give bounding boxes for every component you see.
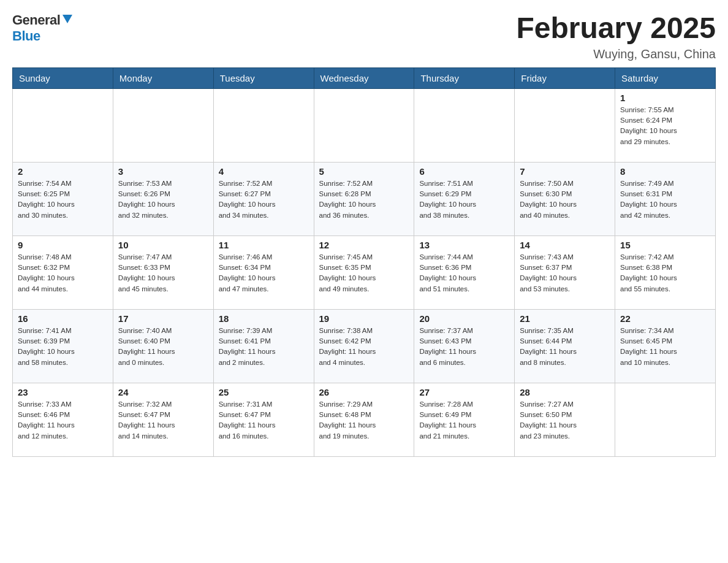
day-info: Sunrise: 7:31 AMSunset: 6:47 PMDaylight:… [219,399,309,442]
calendar-cell: 2Sunrise: 7:54 AMSunset: 6:25 PMDaylight… [13,162,113,236]
calendar-cell: 16Sunrise: 7:41 AMSunset: 6:39 PMDayligh… [13,309,113,383]
day-info: Sunrise: 7:54 AMSunset: 6:25 PMDaylight:… [18,178,108,221]
day-number: 26 [319,387,409,397]
weekday-header-sunday: Sunday [13,67,113,88]
day-info: Sunrise: 7:41 AMSunset: 6:39 PMDaylight:… [18,326,108,368]
calendar-week-row: 9Sunrise: 7:48 AMSunset: 6:32 PMDaylight… [13,236,716,309]
day-info: Sunrise: 7:40 AMSunset: 6:40 PMDaylight:… [118,326,208,368]
day-info: Sunrise: 7:35 AMSunset: 6:44 PMDaylight:… [520,326,610,368]
calendar-cell [13,88,113,162]
day-number: 16 [18,313,108,324]
day-info: Sunrise: 7:32 AMSunset: 6:47 PMDaylight:… [118,399,208,442]
weekday-header-monday: Monday [113,67,213,88]
day-number: 28 [520,387,610,397]
calendar-table: SundayMondayTuesdayWednesdayThursdayFrid… [12,67,716,457]
day-info: Sunrise: 7:45 AMSunset: 6:35 PMDaylight:… [319,252,409,294]
day-info: Sunrise: 7:28 AMSunset: 6:49 PMDaylight:… [419,399,509,442]
calendar-cell [314,88,414,162]
day-number: 13 [419,240,509,250]
calendar-cell [515,88,615,162]
day-number: 20 [419,313,509,324]
calendar-cell: 12Sunrise: 7:45 AMSunset: 6:35 PMDayligh… [314,236,414,309]
day-info: Sunrise: 7:48 AMSunset: 6:32 PMDaylight:… [18,252,108,294]
day-number: 23 [18,387,108,397]
day-number: 1 [620,93,710,103]
day-number: 2 [18,166,108,177]
calendar-cell: 1Sunrise: 7:55 AMSunset: 6:24 PMDaylight… [615,88,716,162]
weekday-header-thursday: Thursday [414,67,515,88]
day-info: Sunrise: 7:46 AMSunset: 6:34 PMDaylight:… [219,252,309,294]
calendar-cell: 4Sunrise: 7:52 AMSunset: 6:27 PMDaylight… [213,162,314,236]
day-info: Sunrise: 7:37 AMSunset: 6:43 PMDaylight:… [419,326,509,368]
calendar-cell: 10Sunrise: 7:47 AMSunset: 6:33 PMDayligh… [113,236,213,309]
calendar-week-row: 23Sunrise: 7:33 AMSunset: 6:46 PMDayligh… [13,383,716,456]
day-number: 6 [419,166,509,177]
calendar-cell: 9Sunrise: 7:48 AMSunset: 6:32 PMDaylight… [13,236,113,309]
calendar-cell: 27Sunrise: 7:28 AMSunset: 6:49 PMDayligh… [414,383,515,456]
day-number: 15 [620,240,710,250]
day-info: Sunrise: 7:27 AMSunset: 6:50 PMDaylight:… [520,399,610,442]
calendar-cell: 17Sunrise: 7:40 AMSunset: 6:40 PMDayligh… [113,309,213,383]
calendar-cell: 7Sunrise: 7:50 AMSunset: 6:30 PMDaylight… [515,162,615,236]
calendar-cell: 26Sunrise: 7:29 AMSunset: 6:48 PMDayligh… [314,383,414,456]
calendar-cell: 11Sunrise: 7:46 AMSunset: 6:34 PMDayligh… [213,236,314,309]
calendar-cell: 20Sunrise: 7:37 AMSunset: 6:43 PMDayligh… [414,309,515,383]
day-number: 25 [219,387,309,397]
day-info: Sunrise: 7:55 AMSunset: 6:24 PMDaylight:… [620,105,710,147]
calendar-cell: 23Sunrise: 7:33 AMSunset: 6:46 PMDayligh… [13,383,113,456]
calendar-cell [615,383,716,456]
day-number: 22 [620,313,710,324]
day-number: 11 [219,240,309,250]
day-info: Sunrise: 7:42 AMSunset: 6:38 PMDaylight:… [620,252,710,294]
weekday-header-tuesday: Tuesday [213,67,314,88]
calendar-cell: 28Sunrise: 7:27 AMSunset: 6:50 PMDayligh… [515,383,615,456]
day-info: Sunrise: 7:34 AMSunset: 6:45 PMDaylight:… [620,326,710,368]
calendar-week-row: 2Sunrise: 7:54 AMSunset: 6:25 PMDaylight… [13,162,716,236]
calendar-cell: 5Sunrise: 7:52 AMSunset: 6:28 PMDaylight… [314,162,414,236]
day-info: Sunrise: 7:52 AMSunset: 6:27 PMDaylight:… [219,178,309,221]
calendar-cell [213,88,314,162]
calendar-cell: 21Sunrise: 7:35 AMSunset: 6:44 PMDayligh… [515,309,615,383]
calendar-cell: 19Sunrise: 7:38 AMSunset: 6:42 PMDayligh… [314,309,414,383]
day-number: 5 [319,166,409,177]
day-info: Sunrise: 7:51 AMSunset: 6:29 PMDaylight:… [419,178,509,221]
calendar-cell: 15Sunrise: 7:42 AMSunset: 6:38 PMDayligh… [615,236,716,309]
calendar-cell: 24Sunrise: 7:32 AMSunset: 6:47 PMDayligh… [113,383,213,456]
day-info: Sunrise: 7:33 AMSunset: 6:46 PMDaylight:… [18,399,108,442]
weekday-header-saturday: Saturday [615,67,716,88]
weekday-header-row: SundayMondayTuesdayWednesdayThursdayFrid… [13,67,716,88]
day-number: 4 [219,166,309,177]
day-number: 8 [620,166,710,177]
weekday-header-wednesday: Wednesday [314,67,414,88]
calendar-week-row: 16Sunrise: 7:41 AMSunset: 6:39 PMDayligh… [13,309,716,383]
calendar-cell: 14Sunrise: 7:43 AMSunset: 6:37 PMDayligh… [515,236,615,309]
calendar-cell: 8Sunrise: 7:49 AMSunset: 6:31 PMDaylight… [615,162,716,236]
calendar-week-row: 1Sunrise: 7:55 AMSunset: 6:24 PMDaylight… [13,88,716,162]
calendar-cell: 3Sunrise: 7:53 AMSunset: 6:26 PMDaylight… [113,162,213,236]
day-info: Sunrise: 7:39 AMSunset: 6:41 PMDaylight:… [219,326,309,368]
day-number: 3 [118,166,208,177]
calendar-cell: 25Sunrise: 7:31 AMSunset: 6:47 PMDayligh… [213,383,314,456]
day-number: 10 [118,240,208,250]
day-number: 17 [118,313,208,324]
day-info: Sunrise: 7:53 AMSunset: 6:26 PMDaylight:… [118,178,208,221]
page-header: General Blue February 2025 Wuying, Gansu… [12,12,716,61]
day-number: 9 [18,240,108,250]
calendar-cell: 18Sunrise: 7:39 AMSunset: 6:41 PMDayligh… [213,309,314,383]
weekday-header-friday: Friday [515,67,615,88]
day-info: Sunrise: 7:47 AMSunset: 6:33 PMDaylight:… [118,252,208,294]
calendar-cell [414,88,515,162]
calendar-cell: 22Sunrise: 7:34 AMSunset: 6:45 PMDayligh… [615,309,716,383]
day-number: 24 [118,387,208,397]
calendar-cell: 13Sunrise: 7:44 AMSunset: 6:36 PMDayligh… [414,236,515,309]
day-number: 7 [520,166,610,177]
day-number: 27 [419,387,509,397]
location-text: Wuying, Gansu, China [516,47,716,61]
day-number: 19 [319,313,409,324]
day-info: Sunrise: 7:50 AMSunset: 6:30 PMDaylight:… [520,178,610,221]
logo-general-text: General [12,12,60,28]
logo-triangle-icon [63,15,72,23]
day-info: Sunrise: 7:44 AMSunset: 6:36 PMDaylight:… [419,252,509,294]
calendar-cell: 6Sunrise: 7:51 AMSunset: 6:29 PMDaylight… [414,162,515,236]
calendar-cell [113,88,213,162]
